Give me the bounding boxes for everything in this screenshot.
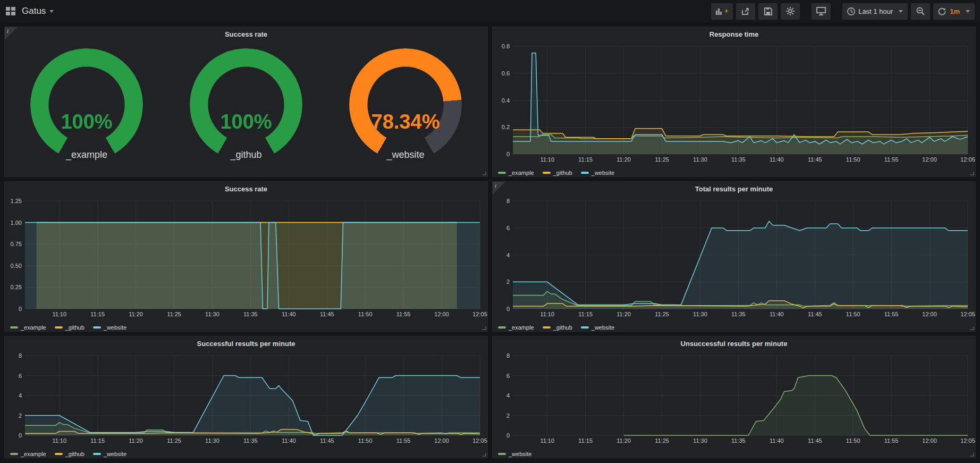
dashboard-title[interactable]: Gatus [22,6,46,16]
time-series-plot[interactable]: 11:1011:1511:2011:2511:3011:3511:4011:45… [5,350,487,448]
chevron-down-icon[interactable] [49,10,54,13]
legend-item-_website[interactable]: _website [581,170,614,176]
svg-text:12:00: 12:00 [434,311,449,317]
legend-item-_github[interactable]: _github [55,451,85,457]
panel-resize-handle[interactable] [970,326,974,330]
legend-item-_example[interactable]: _example [10,324,46,331]
gauge-row: 100% _example 100% _github 78.34% _websi… [5,41,487,176]
legend-swatch [10,326,18,329]
svg-text:11:15: 11:15 [578,437,593,444]
legend-item-_website[interactable]: _website [581,324,614,331]
chevron-down-icon[interactable] [966,10,970,13]
svg-text:11:50: 11:50 [358,437,373,444]
svg-text:11:25: 11:25 [655,156,669,163]
panel-title[interactable]: Unsuccessful results per minute [681,340,788,348]
refresh-icon [938,7,946,15]
svg-text:4: 4 [506,252,510,258]
legend-item-_example[interactable]: _example [10,451,46,457]
monitor-icon [816,7,826,15]
svg-text:11:35: 11:35 [731,437,746,444]
svg-text:11:15: 11:15 [578,156,593,163]
svg-text:11:10: 11:10 [52,437,66,444]
panel-resize-handle[interactable] [483,453,486,457]
svg-text:1.25: 1.25 [11,198,22,204]
svg-text:0.6: 0.6 [502,70,510,77]
tv-mode-button[interactable] [812,3,831,20]
legend-label: _website [592,324,614,331]
svg-text:11:35: 11:35 [243,437,258,444]
panel-info-icon[interactable]: i [493,182,505,195]
legend-item-_example[interactable]: _example [498,170,534,176]
legend-item-_website[interactable]: _website [93,451,126,457]
panel-resize-handle[interactable] [970,453,974,457]
panel-title[interactable]: Response time [709,30,758,38]
chart-canvas: 11:1011:1511:2011:2511:3011:3511:4011:45… [493,41,975,165]
panel-header: Successful results per minute [5,336,487,350]
zoom-out-button[interactable] [911,3,930,20]
time-range-picker[interactable]: Last 1 hour [842,3,908,20]
svg-text:11:55: 11:55 [884,437,899,444]
panel-header: Success rate [5,27,487,41]
panel-resize-handle[interactable] [970,172,974,175]
svg-text:12:05: 12:05 [960,311,975,317]
svg-text:11:50: 11:50 [846,437,860,444]
svg-text:11:10: 11:10 [540,311,554,317]
svg-text:12:00: 12:00 [922,156,937,163]
svg-text:12:05: 12:05 [472,311,487,317]
gauge-github: 100% _github [166,48,326,161]
panel-title[interactable]: Successful results per minute [197,340,295,348]
panel-title[interactable]: Total results per minute [695,185,773,193]
svg-text:11:35: 11:35 [731,311,746,317]
time-series-plot[interactable]: 11:1011:1511:2011:2511:3011:3511:4011:45… [493,41,975,167]
legend-label: _website [592,170,614,176]
panel-title[interactable]: Success rate [225,30,267,38]
panel-total-results: i Total results per minute 11:1011:1511:… [492,181,976,332]
svg-text:8: 8 [19,352,22,359]
time-series-plot[interactable]: 11:1011:1511:2011:2511:3011:3511:4011:45… [493,196,975,322]
share-button[interactable] [736,3,755,20]
add-panel-button[interactable]: + [711,3,733,20]
svg-text:12:05: 12:05 [472,437,487,444]
time-series-plot[interactable]: 11:1011:1511:2011:2511:3011:3511:4011:45… [5,196,487,322]
legend-item-_website[interactable]: _website [498,451,531,457]
top-navbar: Gatus + [0,0,980,22]
svg-text:11:35: 11:35 [243,311,258,317]
svg-text:11:50: 11:50 [846,156,860,163]
legend-item-_github[interactable]: _github [543,324,572,331]
svg-text:0: 0 [506,432,510,439]
panel-header: Unsuccessful results per minute [493,336,975,350]
legend-label: _example [21,451,46,457]
legend-label: _website [509,451,531,457]
legend-item-_github[interactable]: _github [543,170,572,176]
svg-text:11:20: 11:20 [129,311,143,317]
svg-text:12:00: 12:00 [922,311,937,317]
svg-text:0: 0 [19,306,22,312]
dashboard-grid-icon[interactable] [5,6,16,16]
svg-text:0.4: 0.4 [502,97,510,104]
svg-text:11:20: 11:20 [616,311,631,317]
gauge-arc [30,48,143,161]
panel-resize-handle[interactable] [483,326,486,330]
svg-text:4: 4 [506,392,510,399]
refresh-button[interactable]: 1m [933,3,975,20]
svg-text:11:55: 11:55 [396,437,411,444]
svg-text:11:45: 11:45 [808,437,822,444]
svg-text:2: 2 [19,413,22,419]
legend-item-_github[interactable]: _github [55,324,85,331]
legend-item-_example[interactable]: _example [498,324,534,331]
panel-title[interactable]: Success rate [225,185,267,193]
legend-label: _example [509,170,534,176]
time-series-plot[interactable]: 11:1011:1511:2011:2511:3011:3511:4011:45… [493,350,975,448]
gauge-arc-wrap: 78.34% [349,48,462,161]
svg-text:12:00: 12:00 [434,437,449,444]
panel-header: Total results per minute [493,182,975,196]
svg-text:11:25: 11:25 [167,437,181,444]
save-button[interactable] [758,3,778,20]
panel-resize-handle[interactable] [483,172,486,175]
chevron-down-icon [899,10,903,13]
svg-text:11:15: 11:15 [90,437,105,444]
settings-button[interactable] [781,3,800,20]
panel-info-icon[interactable]: i [5,27,18,40]
chart-canvas: 11:1011:1511:2011:2511:3011:3511:4011:45… [5,350,487,446]
legend-item-_website[interactable]: _website [93,324,126,331]
